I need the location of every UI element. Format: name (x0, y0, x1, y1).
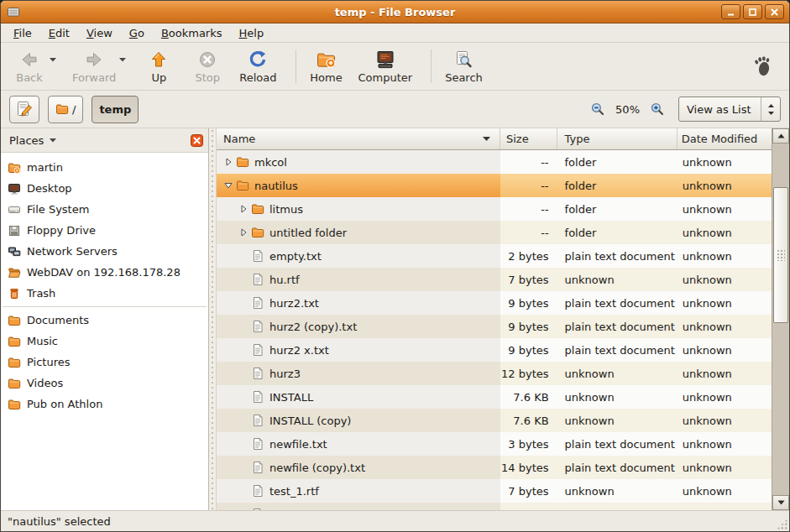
scroll-up-button[interactable] (772, 128, 789, 143)
menu-item-edit[interactable]: Edit (40, 25, 78, 41)
minimize-button[interactable] (721, 4, 740, 19)
zoom-out-button[interactable] (590, 102, 605, 117)
dropdown-caret-icon[interactable] (49, 57, 57, 62)
scrollbar-thumb[interactable] (773, 187, 788, 323)
table-row[interactable]: nautilus--folderunknown (217, 174, 772, 197)
view-selector[interactable]: View as List (678, 96, 781, 122)
table-row[interactable]: hurz2 (copy).txt9 bytesplain text docume… (217, 315, 772, 338)
computer-icon (375, 49, 395, 70)
file-name-cell[interactable]: newfile.txt (217, 432, 500, 456)
file-name-cell[interactable]: untitled folder (2) (217, 503, 500, 510)
table-row[interactable]: test_1.rtf7 bytesunknownunknown (217, 479, 772, 503)
file-name-cell[interactable]: untitled folder (217, 221, 500, 244)
search-button[interactable]: Search (440, 46, 488, 86)
caret-down-icon[interactable] (49, 138, 57, 143)
computer-button[interactable]: Computer (353, 46, 418, 86)
file-rows: mkcol--folderunknownnautilus--folderunkn… (217, 150, 772, 510)
file-name-cell[interactable]: test_1.rtf (217, 479, 500, 503)
table-row[interactable]: litmus--folderunknown (217, 197, 772, 221)
file-name-cell[interactable]: hurz2 (copy).txt (217, 315, 500, 338)
file-name-cell[interactable]: INSTALL (217, 385, 500, 409)
sidebar-item-network-servers[interactable]: Network Servers (1, 241, 208, 262)
table-row[interactable]: INSTALL7.6 KBunknownunknown (217, 385, 772, 409)
file-type-cell: plain text document (557, 244, 678, 268)
folder-icon (251, 226, 264, 239)
table-row[interactable]: newfile (copy).txt14 bytesplain text doc… (217, 456, 772, 479)
file-name-cell[interactable]: INSTALL (copy) (217, 409, 500, 432)
sidebar-item-file-system[interactable]: File System (1, 199, 208, 220)
sidebar-item-floppy-drive[interactable]: Floppy Drive (1, 220, 208, 241)
expander-closed-icon[interactable] (237, 204, 249, 214)
zoom-in-button[interactable] (650, 102, 665, 117)
sidebar-item-webdav-on-192-168-178-28[interactable]: WebDAV on 192.168.178.28 (1, 262, 208, 283)
file-name-cell[interactable]: mkcol (217, 150, 500, 174)
file-name-cell[interactable]: hurz2.txt (217, 291, 500, 315)
file-name-cell[interactable]: newfile (copy).txt (217, 456, 500, 479)
file-name-cell[interactable]: hurz2 x.txt (217, 338, 500, 362)
table-row[interactable]: hurz2 x.txt9 bytesplain text documentunk… (217, 338, 772, 362)
menu-item-bookmarks[interactable]: Bookmarks (153, 25, 231, 41)
edit-location-toggle[interactable] (9, 96, 39, 123)
file-name-cell[interactable]: litmus (217, 197, 500, 221)
file-name-cell[interactable]: nautilus (217, 174, 500, 197)
column-header-size[interactable]: Size (500, 128, 557, 149)
expander-closed-icon[interactable] (222, 157, 234, 167)
up-button[interactable]: Up (137, 46, 180, 86)
sidebar-item-pub-on-athlon[interactable]: Pub on Athlon (1, 394, 208, 415)
toolbar-separator (431, 50, 432, 83)
table-row[interactable]: newfile.txt3 bytesplain text documentunk… (217, 432, 772, 456)
pane-splitter[interactable] (209, 128, 217, 510)
expander-closed-icon[interactable] (237, 227, 249, 237)
sidebar-item-trash[interactable]: Trash (1, 283, 208, 304)
table-row[interactable]: hu.rtf7 bytesunknownunknown (217, 268, 772, 291)
home-button[interactable]: Home (305, 46, 348, 86)
sidebar-close-button[interactable] (191, 134, 203, 147)
folder-icon (8, 398, 21, 411)
title-bar[interactable]: temp - File Browser (1, 1, 789, 23)
file-type-cell: unknown (557, 409, 678, 432)
close-button[interactable] (765, 4, 784, 19)
trash-icon (8, 287, 21, 300)
file-name: litmus (269, 203, 303, 216)
menu-item-view[interactable]: View (78, 25, 121, 41)
sidebar-item-desktop[interactable]: Desktop (1, 178, 208, 199)
column-header-name[interactable]: Name (217, 128, 500, 149)
sidebar-item-pictures[interactable]: Pictures (1, 352, 208, 373)
table-row[interactable]: hurz312 bytesunknownunknown (217, 362, 772, 385)
resize-grip[interactable] (777, 519, 787, 529)
scroll-down-button[interactable] (772, 495, 789, 510)
menu-item-file[interactable]: File (5, 25, 40, 41)
table-row[interactable]: INSTALL (copy)7.6 KBunknownunknown (217, 409, 772, 432)
file-date-modified-cell: unknown (678, 362, 772, 385)
file-date-modified-cell: unknown (678, 197, 772, 221)
root-path-button[interactable]: / (48, 96, 83, 123)
table-row[interactable]: hurz2.txt9 bytesplain text documentunkno… (217, 291, 772, 315)
file-date-modified-cell: unknown (678, 503, 772, 510)
table-row[interactable]: untitled folder--folderunknown (217, 221, 772, 244)
dropdown-caret-icon[interactable] (118, 57, 127, 62)
menu-item-help[interactable]: Help (231, 25, 273, 41)
sidebar-item-videos[interactable]: Videos (1, 373, 208, 394)
reload-button[interactable]: Reload (234, 46, 281, 86)
sidebar-item-music[interactable]: Music (1, 331, 208, 352)
file-name-cell[interactable]: hu.rtf (217, 268, 500, 291)
sidebar-item-documents[interactable]: Documents (1, 310, 208, 331)
file-name-cell[interactable]: empty.txt (217, 244, 500, 268)
expander-open-icon[interactable] (222, 180, 234, 190)
table-row[interactable]: untitled folder (2)1.7 KBunknownunknown (217, 503, 772, 510)
maximize-button[interactable] (743, 4, 762, 19)
spinner-arrows-icon[interactable] (761, 97, 780, 121)
current-path-button[interactable]: temp (92, 96, 139, 123)
table-row[interactable]: empty.txt2 bytesplain text documentunkno… (217, 244, 772, 268)
sidebar-item-label: Music (27, 335, 58, 347)
places-menu-button[interactable]: Places (9, 134, 44, 147)
menu-bar: FileEditViewGoBookmarksHelp (1, 23, 789, 43)
table-row[interactable]: mkcol--folderunknown (217, 150, 772, 174)
column-header-date-modified[interactable]: Date Modified (678, 128, 772, 149)
window-title: temp - File Browser (1, 6, 789, 18)
column-header-type[interactable]: Type (557, 128, 678, 149)
file-name-cell[interactable]: hurz3 (217, 362, 500, 385)
sidebar-item-martin[interactable]: martin (1, 157, 208, 178)
vertical-scrollbar[interactable] (772, 128, 789, 510)
menu-item-go[interactable]: Go (121, 25, 153, 41)
